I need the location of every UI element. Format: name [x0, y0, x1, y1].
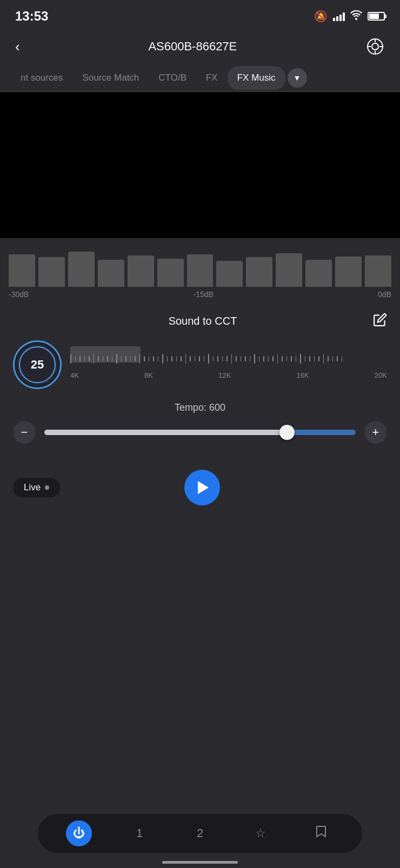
header: ‹ AS600B-86627E	[0, 29, 400, 64]
power-icon-bg: ⏻	[66, 820, 92, 846]
freq-tick	[332, 356, 334, 361]
tempo-slider-row: − +	[13, 421, 387, 444]
tempo-decrease-button[interactable]: −	[13, 421, 36, 444]
freq-tick	[98, 356, 99, 361]
tempo-slider-track[interactable]	[44, 430, 356, 435]
freq-tick	[263, 356, 264, 361]
header-title: AS600B-86627E	[148, 40, 237, 54]
freq-tick	[250, 356, 251, 361]
eq-bar	[335, 257, 362, 287]
freq-tick	[125, 356, 126, 361]
tempo-increase-button[interactable]: +	[364, 421, 387, 444]
sound-to-cct-section: Sound to CCT 25 4K 8K 12K 16K	[0, 303, 400, 470]
live-indicator-dot	[45, 485, 49, 490]
freq-tick	[139, 354, 141, 364]
power-icon: ⏻	[73, 826, 85, 840]
knob-container[interactable]: 25	[13, 340, 62, 389]
eq-bars	[9, 244, 391, 287]
eq-bar	[216, 261, 243, 287]
freq-tick	[149, 356, 150, 361]
live-badge[interactable]: Live	[13, 478, 60, 497]
freq-tick	[185, 354, 186, 364]
freq-tick	[199, 356, 200, 361]
tab-cto-b[interactable]: CTO/B	[149, 66, 196, 90]
edit-icon[interactable]	[373, 313, 387, 330]
freq-tick	[84, 356, 85, 361]
freq-tick	[254, 354, 255, 364]
freq-tick	[79, 356, 81, 361]
eq-bars-container: -30dB -15dB 0dB	[0, 238, 400, 303]
eq-bar	[9, 254, 35, 287]
nav-power-button[interactable]: ⏻	[65, 819, 93, 847]
play-button[interactable]	[184, 470, 220, 505]
freq-tick	[222, 356, 223, 361]
tab-fx[interactable]: FX	[196, 66, 228, 90]
signal-icon	[333, 11, 345, 21]
freq-tick	[107, 356, 108, 361]
frequency-range[interactable]: 4K 8K 12K 16K 20K	[70, 351, 387, 379]
nav-favorites-button[interactable]: ☆	[246, 819, 275, 847]
home-indicator	[162, 861, 238, 864]
freq-tick	[291, 356, 292, 361]
eq-bar	[98, 260, 124, 287]
freq-tick	[195, 356, 196, 361]
freq-tick	[204, 356, 205, 361]
freq-label-4k: 4K	[70, 371, 79, 379]
tab-source-match[interactable]: Source Match	[72, 66, 149, 90]
freq-tick	[121, 356, 122, 361]
freq-tick	[318, 356, 319, 361]
tempo-slider-thumb[interactable]	[279, 425, 295, 440]
status-time: 13:53	[15, 9, 48, 24]
freq-label-8k: 8K	[144, 371, 153, 379]
wifi-icon	[350, 10, 362, 23]
freq-tick	[217, 356, 218, 361]
freq-tick	[236, 356, 237, 361]
settings-icon[interactable]	[365, 37, 385, 56]
freq-tick	[130, 356, 131, 361]
freq-tick	[89, 356, 90, 361]
battery-icon	[368, 12, 385, 21]
freq-tick	[323, 354, 324, 364]
freq-tick	[259, 356, 260, 361]
chevron-down-icon: ▼	[294, 74, 301, 82]
tab-dropdown-button[interactable]: ▼	[288, 68, 307, 88]
freq-tick	[144, 356, 145, 361]
freq-tick	[167, 356, 168, 361]
freq-tick	[272, 356, 274, 361]
status-bar: 13:53 🔕	[0, 0, 400, 29]
eq-labels: -30dB -15dB 0dB	[9, 287, 391, 300]
tab-bar: nt sources Source Match CTO/B FX FX Musi…	[0, 64, 400, 92]
knob-value: 25	[31, 358, 44, 372]
eq-bar	[157, 259, 184, 287]
back-button[interactable]: ‹	[15, 38, 20, 55]
freq-tick	[342, 356, 343, 361]
freq-tick	[231, 354, 232, 364]
eq-bar	[365, 255, 391, 287]
freq-tick	[171, 356, 172, 361]
freq-label-20k: 20K	[375, 371, 387, 379]
frequency-ticks	[70, 351, 387, 367]
visualizer-display	[0, 92, 400, 238]
freq-tick	[112, 356, 113, 361]
tempo-label: Tempo: 600	[13, 402, 387, 413]
controls-row: Live	[0, 470, 400, 505]
bell-muted-icon: 🔕	[314, 10, 328, 23]
freq-tick	[208, 354, 209, 364]
nav-bookmarks-button[interactable]	[307, 819, 335, 847]
eq-bar	[128, 255, 154, 287]
preset2-label: 2	[197, 826, 203, 840]
nav-preset2-button[interactable]: 2	[186, 819, 214, 847]
eq-label-low: -30dB	[9, 290, 29, 299]
status-icons: 🔕	[314, 10, 385, 23]
svg-point-1	[372, 43, 378, 50]
section-title: Sound to CCT	[32, 315, 373, 327]
tab-fx-music[interactable]: FX Music	[228, 66, 285, 90]
eq-bar	[187, 254, 214, 287]
freq-label-12k: 12K	[218, 371, 231, 379]
nav-preset1-button[interactable]: 1	[125, 819, 154, 847]
freq-tick	[268, 356, 269, 361]
freq-tick	[314, 356, 315, 361]
knob-outer: 25	[13, 340, 62, 389]
tab-light-sources[interactable]: nt sources	[11, 66, 72, 90]
eq-bar	[38, 257, 65, 287]
